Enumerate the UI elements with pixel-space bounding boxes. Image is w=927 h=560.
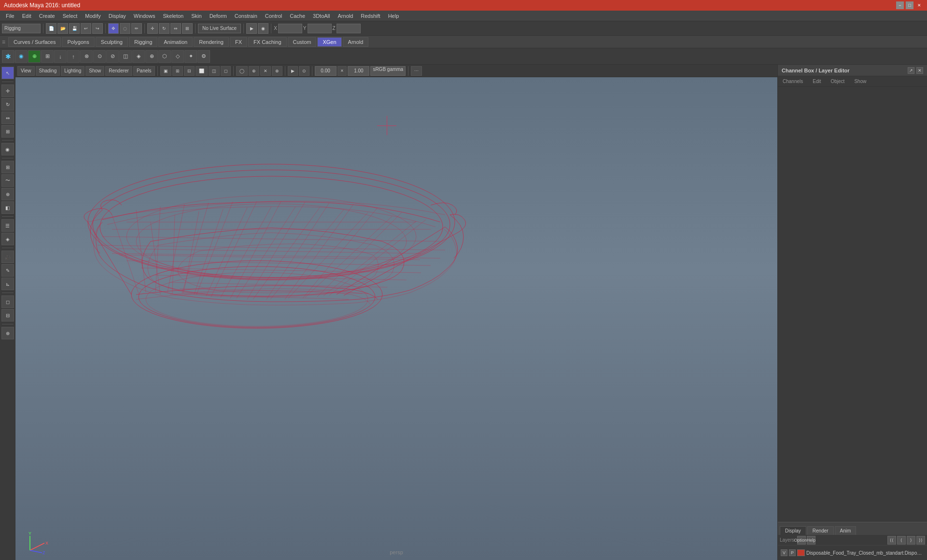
vp-icon-7[interactable]: ◯ <box>236 66 248 76</box>
shelf-icon-10[interactable]: ◫ <box>119 50 132 63</box>
vp-play-btn[interactable]: ▶ <box>288 66 298 76</box>
menu-cache[interactable]: Cache <box>286 12 309 20</box>
layer-last-btn[interactable]: ⟩⟩ <box>916 536 925 545</box>
shelf-icon-7[interactable]: ⊗ <box>80 50 93 63</box>
layer-playback-btn[interactable]: P <box>789 549 796 556</box>
redo-btn[interactable]: ↪ <box>92 23 103 34</box>
cb-tab-show[interactable]: Show <box>849 76 871 87</box>
scale-tool-btn[interactable]: ⇔ <box>1 112 14 124</box>
vp-field-2[interactable]: 1.00 <box>348 66 369 76</box>
menu-constrain[interactable]: Constrain <box>231 12 261 20</box>
menu-arnold[interactable]: Arnold <box>334 12 357 20</box>
shelf-icon-15[interactable]: ✦ <box>184 50 197 63</box>
vp-show-btn[interactable]: Show <box>85 66 104 76</box>
select-btn[interactable]: ✥ <box>108 23 119 34</box>
cb-close-btn[interactable]: ✕ <box>916 67 923 74</box>
menu-edit[interactable]: Edit <box>18 12 35 20</box>
shelf-tab-rigging[interactable]: Rigging <box>129 37 157 47</box>
extra-btn-1[interactable]: ◻ <box>1 295 14 308</box>
scale-btn[interactable]: ⇔ <box>170 23 181 34</box>
vp-icon-10[interactable]: ⊗ <box>272 66 282 76</box>
undo-btn[interactable]: ↩ <box>81 23 91 34</box>
snap-point-btn[interactable]: ⊕ <box>1 188 14 200</box>
move-tool-btn[interactable]: ✛ <box>1 84 14 97</box>
y-field[interactable] <box>308 24 332 33</box>
display-layer-btn[interactable]: ☰ <box>1 219 14 232</box>
menu-windows[interactable]: Windows <box>130 12 159 20</box>
menu-3dtoa[interactable]: 3DtoAll <box>309 12 334 20</box>
layer-color-swatch[interactable] <box>797 549 805 556</box>
snap-view-btn[interactable]: ◧ <box>1 201 14 214</box>
cb-tab-object[interactable]: Object <box>826 76 850 87</box>
cb-float-btn[interactable]: ↗ <box>908 67 914 74</box>
shelf-tab-xgen[interactable]: XGen <box>317 37 341 47</box>
layer-tab-render[interactable]: Render <box>807 526 834 535</box>
vp-icon-4[interactable]: ⬜ <box>196 66 208 76</box>
close-button[interactable]: ✕ <box>915 1 923 9</box>
shelf-icon-3[interactable]: ⊕ <box>28 50 41 63</box>
layer-tab-anim[interactable]: Anim <box>835 526 857 535</box>
extra-btn-3[interactable]: ⊕ <box>1 327 14 339</box>
select-tool-btn[interactable]: ↖ <box>1 67 14 79</box>
cb-tab-edit[interactable]: Edit <box>808 76 826 87</box>
move-btn[interactable]: ✛ <box>147 23 158 34</box>
vp-field-1[interactable]: 0.00 <box>315 66 337 76</box>
anno-btn[interactable]: ✎ <box>1 264 14 277</box>
shelf-tab-fx[interactable]: FX <box>230 37 247 47</box>
menu-deform[interactable]: Deform <box>206 12 231 20</box>
menu-modify[interactable]: Modify <box>81 12 104 20</box>
shelf-icon-5[interactable]: ↓ <box>54 50 67 63</box>
vp-icon-9[interactable]: ✕ <box>260 66 271 76</box>
render-layer-btn[interactable]: ◈ <box>1 233 14 245</box>
vp-icon-11[interactable]: ⊙ <box>299 66 309 76</box>
extra-btn-2[interactable]: ⊟ <box>1 309 14 322</box>
vp-panels-btn[interactable]: Panels <box>133 66 155 76</box>
render-btn[interactable]: ▶ <box>246 23 257 34</box>
vp-view-btn[interactable]: View <box>17 66 35 76</box>
menu-display[interactable]: Display <box>105 12 130 20</box>
rotate-tool-btn[interactable]: ↻ <box>1 98 14 111</box>
shelf-icon-4[interactable]: ⊞ <box>41 50 54 63</box>
vp-icon-5[interactable]: ◫ <box>209 66 220 76</box>
menu-create[interactable]: Create <box>35 12 59 20</box>
vp-icon-3[interactable]: ⊟ <box>184 66 195 76</box>
shelf-tab-animation[interactable]: Animation <box>158 37 193 47</box>
cb-tab-channels[interactable]: Channels <box>778 76 808 87</box>
shelf-icon-12[interactable]: ⊕ <box>145 50 158 63</box>
layer-help-btn[interactable]: Help <box>807 536 815 545</box>
3d-viewport[interactable]: .wire { fill:none; stroke:#cc2244; strok… <box>15 77 777 560</box>
shelf-tab-sculpting[interactable]: Sculpting <box>96 37 128 47</box>
shelf-icon-1[interactable]: ✱ <box>2 50 14 63</box>
vp-icon-1[interactable]: ▣ <box>160 66 171 76</box>
restore-button[interactable]: □ <box>906 1 913 9</box>
vp-icon-2[interactable]: ⊞ <box>172 66 183 76</box>
vp-lighting-btn[interactable]: Lighting <box>61 66 84 76</box>
layer-visible-btn[interactable]: V <box>781 549 787 556</box>
shelf-icon-11[interactable]: ◈ <box>132 50 145 63</box>
layer-fwd-btn[interactable]: ⟩ <box>907 536 915 545</box>
vp-renderer-btn[interactable]: Renderer <box>105 66 132 76</box>
vp-more-btn[interactable]: ⋯ <box>411 66 422 76</box>
paint-sel-btn[interactable]: ✏ <box>131 23 142 34</box>
layer-prev-btn[interactable]: ⟨⟨ <box>887 536 896 545</box>
shelf-icon-13[interactable]: ⬡ <box>158 50 171 63</box>
vp-icon-6[interactable]: ◻ <box>221 66 231 76</box>
transform-btn[interactable]: ⊞ <box>182 23 193 34</box>
open-btn[interactable]: 📂 <box>57 23 68 34</box>
menu-control[interactable]: Control <box>261 12 286 20</box>
vp-shading-btn[interactable]: Shading <box>36 66 60 76</box>
measure-btn[interactable]: ⊾ <box>1 278 14 290</box>
shelf-icon-6[interactable]: ↑ <box>67 50 80 63</box>
layer-options-btn[interactable]: Options <box>797 536 806 545</box>
shelf-icon-14[interactable]: ◇ <box>171 50 184 63</box>
minimize-button[interactable]: − <box>896 1 904 9</box>
rotate-btn[interactable]: ↻ <box>159 23 169 34</box>
gamma-select[interactable]: sRGB gamma <box>370 66 406 76</box>
shelf-settings-icon[interactable]: ≡ <box>2 39 5 45</box>
x-field[interactable] <box>278 24 302 33</box>
menu-redshift[interactable]: Redshift <box>357 12 384 20</box>
save-btn[interactable]: 💾 <box>69 23 80 34</box>
snap-grid-btn[interactable]: ⊞ <box>1 161 14 173</box>
snap-curve-btn[interactable]: 〜 <box>1 174 14 187</box>
shelf-tab-custom[interactable]: Custom <box>288 37 317 47</box>
